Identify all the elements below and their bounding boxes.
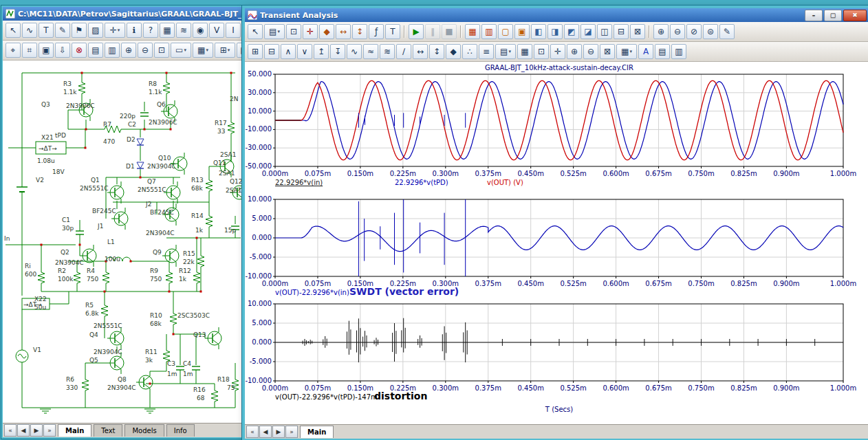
peak-label-icon[interactable]: ∧: [281, 44, 296, 59]
sheet-select-icon[interactable]: ⊞▾: [215, 43, 235, 58]
tab-models[interactable]: Models: [124, 424, 164, 437]
horizontal-tag-mode-icon[interactable]: ↔: [336, 24, 351, 39]
copy-to-clipboard-icon[interactable]: ▤: [88, 43, 103, 58]
plot-canvas[interactable]: GRAAL-BJT_10kHz-attack-sustain-decay.CIR…: [245, 62, 868, 424]
slope-icon[interactable]: ∕: [396, 44, 411, 59]
close-button[interactable]: ✖: [843, 10, 867, 21]
zoom-area-icon[interactable]: ⊡: [154, 43, 169, 58]
run-icon[interactable]: ▶: [409, 24, 424, 39]
flag-mode-icon[interactable]: ⚑: [72, 23, 87, 38]
date-stamp-icon[interactable]: ▦: [517, 44, 532, 59]
font-icon[interactable]: A: [638, 44, 653, 59]
tab-prev-button[interactable]: ◀: [17, 424, 30, 437]
text-mode-icon[interactable]: T: [385, 24, 400, 39]
find-icon[interactable]: ⌖: [6, 43, 21, 58]
graphics-mode-icon[interactable]: ✎: [55, 23, 70, 38]
paste-icon[interactable]: ▤▾: [495, 44, 516, 59]
plot-page-4-icon[interactable]: ◪: [581, 24, 596, 39]
tab-first-button[interactable]: «: [4, 424, 17, 437]
edit-circuit-icon[interactable]: ✎: [719, 24, 735, 39]
vertical-tag-mode-icon[interactable]: ↕: [352, 24, 367, 39]
grid-toggle-icon[interactable]: ▦▾: [193, 43, 213, 58]
currents-display-icon[interactable]: I: [226, 23, 241, 38]
cursor-icon[interactable]: ✛: [550, 44, 565, 59]
digital-display-icon[interactable]: ▦: [160, 23, 175, 38]
watch-icon[interactable]: ▣: [514, 24, 530, 39]
help-mode-icon[interactable]: ?: [143, 23, 158, 38]
maximize-button[interactable]: ▢: [824, 10, 842, 21]
zoom-auto-icon[interactable]: ⊘: [686, 24, 702, 39]
envelope-icon[interactable]: ≋: [380, 44, 395, 59]
plot-tab-first-button[interactable]: «: [246, 426, 259, 438]
schematic-drawing[interactable]: R31.1kQ32N3906CR81.1kQ6220pC22N3906C2NR7…: [3, 60, 250, 422]
tab-main[interactable]: Main: [58, 424, 91, 437]
valley-label-icon[interactable]: ∨: [297, 44, 312, 59]
select-tool-icon[interactable]: ↖: [248, 24, 263, 39]
copy-page-icon[interactable]: ▥: [671, 44, 686, 59]
plot-tab-main[interactable]: Main: [300, 426, 334, 438]
split-vertical-icon[interactable]: ⊟: [614, 24, 629, 39]
replace-icon[interactable]: ▣: [39, 43, 54, 58]
plot-area[interactable]: GRAAL-BJT_10kHz-attack-sustain-decay.CIR…: [245, 62, 864, 421]
repeat-find-icon[interactable]: ⌗: [22, 43, 37, 58]
state-variables-icon[interactable]: ▢: [498, 24, 513, 39]
plot-page-3-icon[interactable]: ◩: [564, 24, 579, 39]
zoom-window-icon[interactable]: ⊠: [600, 44, 615, 59]
delete-plot-icon[interactable]: ⊟: [264, 44, 279, 59]
zoom-fit-icon[interactable]: ⊜: [703, 24, 718, 39]
zoom-in-icon[interactable]: ⊕: [121, 43, 136, 58]
tag-point-icon[interactable]: ◆: [446, 44, 461, 59]
zoom-out-icon[interactable]: ⊖: [670, 24, 685, 39]
wire-mode-icon[interactable]: ∿: [22, 23, 37, 38]
info-mode-icon[interactable]: ℹ: [127, 23, 142, 38]
zoom-select-icon[interactable]: ▭▾: [171, 43, 191, 58]
plot-tab-last-button[interactable]: »: [285, 426, 298, 438]
goto-icon[interactable]: ⇩: [55, 43, 70, 58]
track-low-icon[interactable]: ↧: [330, 44, 345, 59]
zoom-mode-icon[interactable]: ⊡: [286, 24, 301, 39]
stop-find-icon[interactable]: ⊗: [72, 43, 87, 58]
node-voltages-icon[interactable]: V: [209, 23, 224, 38]
stepping-icon[interactable]: ▥: [481, 24, 497, 39]
copy-plot-icon[interactable]: ▤: [655, 44, 670, 59]
minimize-button[interactable]: –: [805, 10, 823, 21]
measure-horizontal-icon[interactable]: ↔: [413, 44, 428, 59]
component-mode-icon[interactable]: ✛▾: [105, 23, 125, 38]
split-horizontal-icon[interactable]: ◫: [597, 24, 612, 39]
analog-display-icon[interactable]: ≋: [176, 23, 191, 38]
add-plot-icon[interactable]: ⊞: [248, 44, 263, 59]
gridlines-icon[interactable]: ≡: [479, 44, 494, 59]
tab-text[interactable]: Text: [94, 424, 122, 437]
zoom-in-icon[interactable]: ⊕: [567, 44, 582, 59]
plot-page-2-icon[interactable]: ◨: [547, 24, 563, 39]
analysis-limits-icon[interactable]: ▦: [465, 24, 480, 39]
zoom-in-icon[interactable]: ⊕: [653, 24, 669, 39]
wave-shape-icon[interactable]: ∿: [347, 44, 362, 59]
svg-text:30.000: 30.000: [248, 89, 272, 96]
transient-titlebar[interactable]: Transient Analysis – ▢ ✖: [245, 8, 868, 22]
plot-page-1-icon[interactable]: ◧: [531, 24, 546, 39]
measure-vertical-icon[interactable]: ↕: [429, 44, 444, 59]
plot-tab-next-button[interactable]: ▶: [272, 426, 285, 438]
tab-next-button[interactable]: ▶: [30, 424, 43, 437]
performance-tag-mode-icon[interactable]: ƒ: [369, 24, 384, 39]
select-tool-icon[interactable]: ↖: [6, 23, 21, 38]
zoom-out-icon[interactable]: ⊖: [138, 43, 153, 58]
tab-info[interactable]: Info: [166, 424, 195, 437]
smooth-icon[interactable]: ≈: [363, 44, 378, 59]
normalize-icon[interactable]: ⊡: [534, 44, 549, 59]
duplicate-icon[interactable]: ▥: [105, 43, 120, 58]
cursor-mode-icon[interactable]: ✛: [303, 24, 318, 39]
node-numbers-icon[interactable]: ◉: [193, 23, 208, 38]
track-high-icon[interactable]: ↥: [314, 44, 329, 59]
zoom-out-icon[interactable]: ⊖: [583, 44, 598, 59]
text-mode-icon[interactable]: T: [39, 23, 54, 38]
remove-plot-icon[interactable]: ⊠: [630, 24, 645, 39]
axis-grid-icon[interactable]: ▦▾: [616, 44, 637, 59]
clipboard-icon[interactable]: ▤▾: [264, 24, 285, 39]
tab-last-button[interactable]: »: [43, 424, 56, 437]
data-points-icon[interactable]: ∴: [462, 44, 477, 59]
plot-tab-prev-button[interactable]: ◀: [259, 426, 272, 438]
point-tag-mode-icon[interactable]: ◆: [319, 24, 334, 39]
picture-mode-icon[interactable]: ▨: [88, 23, 103, 38]
